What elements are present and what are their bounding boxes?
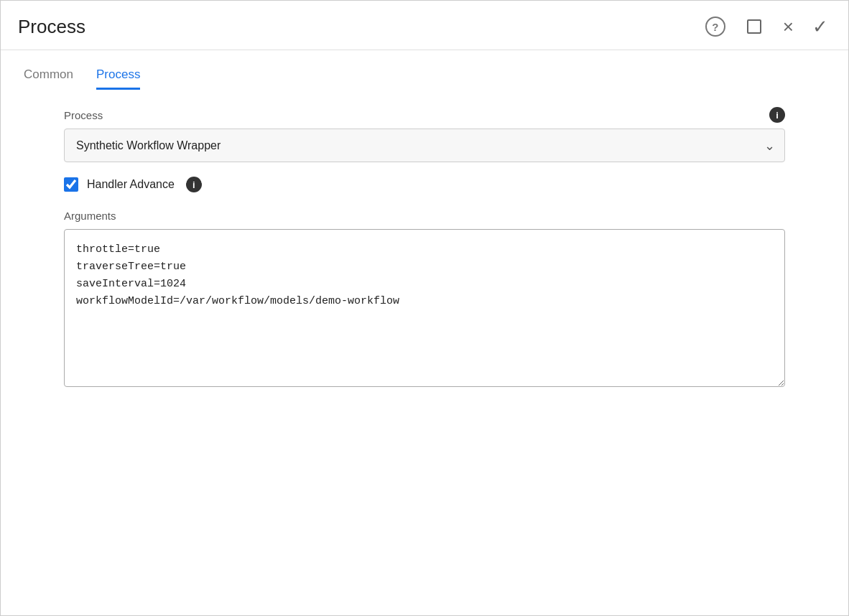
tab-process[interactable]: Process (96, 67, 140, 90)
dialog-header: Process ? × ✓ (1, 1, 848, 50)
help-button[interactable]: ? (702, 14, 728, 39)
close-icon: × (783, 17, 794, 36)
header-actions: ? × ✓ (702, 14, 831, 39)
dialog-title: Process (18, 16, 85, 38)
check-icon: ✓ (812, 17, 828, 36)
help-icon: ? (705, 17, 725, 37)
frame-icon (744, 17, 764, 37)
process-dialog: Process ? × ✓ Common Pro (0, 0, 849, 616)
arguments-label: Arguments (64, 210, 785, 222)
confirm-button[interactable]: ✓ (809, 14, 831, 39)
process-form: Process i Synthetic Workflow Wrapper ⌄ H… (24, 107, 825, 390)
process-field-label: Process (64, 109, 103, 121)
process-select[interactable]: Synthetic Workflow Wrapper (64, 129, 785, 162)
dialog-body: Common Process Process i Synthetic Workf… (1, 50, 848, 615)
handler-advance-checkbox[interactable] (64, 177, 78, 192)
handler-advance-label: Handler Advance (87, 178, 175, 191)
frame-button[interactable] (741, 14, 767, 39)
arguments-textarea[interactable] (64, 229, 785, 387)
process-field-row: Process i Synthetic Workflow Wrapper ⌄ (64, 107, 785, 162)
process-field-label-row: Process i (64, 107, 785, 123)
handler-advance-info-icon[interactable]: i (186, 177, 202, 192)
tab-common[interactable]: Common (24, 67, 73, 90)
handler-advance-row: Handler Advance i (64, 177, 785, 192)
close-button[interactable]: × (780, 14, 797, 39)
process-select-wrapper: Synthetic Workflow Wrapper ⌄ (64, 129, 785, 162)
process-info-icon[interactable]: i (769, 107, 785, 123)
tabs-container: Common Process (24, 67, 825, 90)
arguments-field-row: Arguments (64, 210, 785, 390)
svg-rect-0 (748, 20, 761, 33)
